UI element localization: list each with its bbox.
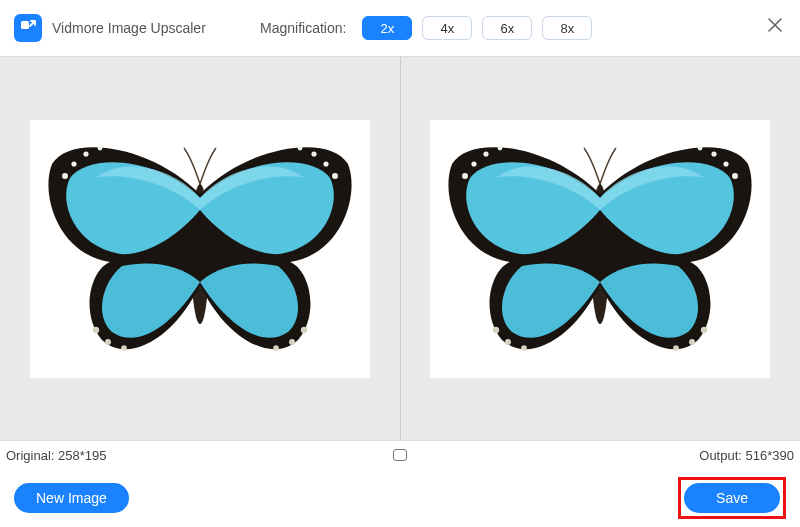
svg-point-14 <box>289 339 295 345</box>
magnification-4x-button[interactable]: 4x <box>422 16 472 40</box>
save-highlight-box: Save <box>678 477 786 519</box>
svg-point-9 <box>332 173 338 179</box>
svg-point-20 <box>498 145 503 150</box>
magnification-label: Magnification: <box>260 20 346 36</box>
svg-point-13 <box>301 326 307 332</box>
dimensions-bar: Original: 258*195 Output: 516*390 <box>0 441 800 469</box>
svg-point-7 <box>105 339 111 345</box>
svg-rect-0 <box>21 21 29 29</box>
close-icon <box>766 16 784 34</box>
app-logo <box>14 14 42 42</box>
magnification-6x-button[interactable]: 6x <box>482 16 532 40</box>
svg-point-23 <box>521 345 527 351</box>
svg-point-19 <box>484 151 489 156</box>
output-image-card <box>430 120 770 378</box>
svg-point-4 <box>83 151 88 156</box>
svg-point-10 <box>323 161 328 166</box>
svg-point-22 <box>505 339 511 345</box>
original-image <box>40 134 360 364</box>
original-dim-label: Original: <box>6 448 54 463</box>
svg-point-29 <box>689 339 695 345</box>
svg-point-18 <box>472 161 477 166</box>
svg-point-26 <box>712 151 717 156</box>
original-panel <box>0 57 400 440</box>
svg-point-28 <box>701 326 707 332</box>
svg-point-27 <box>698 145 703 150</box>
output-dim-label: Output: <box>699 448 742 463</box>
svg-point-25 <box>724 161 729 166</box>
svg-point-5 <box>97 145 102 150</box>
save-button[interactable]: Save <box>684 483 780 513</box>
link-toggle-icon <box>393 449 407 461</box>
magnification-8x-button[interactable]: 8x <box>542 16 592 40</box>
svg-point-12 <box>297 145 302 150</box>
output-image <box>440 134 760 364</box>
output-panel <box>401 57 801 440</box>
svg-point-6 <box>93 326 99 332</box>
original-dimensions: Original: 258*195 <box>6 448 107 463</box>
image-comparison-viewer <box>0 56 800 441</box>
magnification-group: Magnification: 2x 4x 6x 8x <box>260 0 592 56</box>
svg-point-24 <box>732 173 738 179</box>
magnification-2x-button[interactable]: 2x <box>362 16 412 40</box>
header-bar: Vidmore Image Upscaler Magnification: 2x… <box>0 0 800 56</box>
svg-point-8 <box>121 345 127 351</box>
svg-point-11 <box>311 151 316 156</box>
svg-point-17 <box>462 173 468 179</box>
upscale-icon <box>19 19 37 37</box>
new-image-button[interactable]: New Image <box>14 483 129 513</box>
app-title: Vidmore Image Upscaler <box>52 20 206 36</box>
output-dimensions: Output: 516*390 <box>699 448 794 463</box>
output-dim-value: 516*390 <box>746 448 794 463</box>
svg-point-30 <box>673 345 679 351</box>
link-toggle[interactable] <box>393 449 407 461</box>
svg-point-15 <box>273 345 279 351</box>
original-image-card <box>30 120 370 378</box>
svg-point-2 <box>62 173 68 179</box>
app-window: Vidmore Image Upscaler Magnification: 2x… <box>0 0 800 527</box>
close-button[interactable] <box>764 14 786 36</box>
footer-bar: New Image Save <box>0 469 800 527</box>
svg-point-21 <box>493 326 499 332</box>
original-dim-value: 258*195 <box>58 448 106 463</box>
svg-point-3 <box>71 161 76 166</box>
